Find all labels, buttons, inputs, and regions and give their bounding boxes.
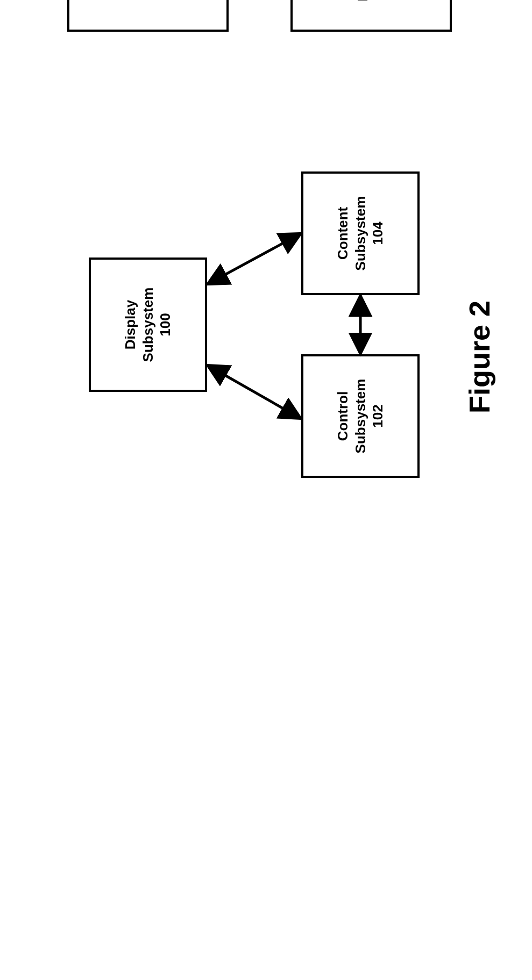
fig2-arrow-display-content (207, 233, 301, 284)
fig2-arrow-display-control (207, 365, 301, 419)
diagram-canvas: DisplaySubsystem 100 ControlSubsystem 10… (0, 0, 532, 532)
arrows-layer (0, 0, 532, 532)
